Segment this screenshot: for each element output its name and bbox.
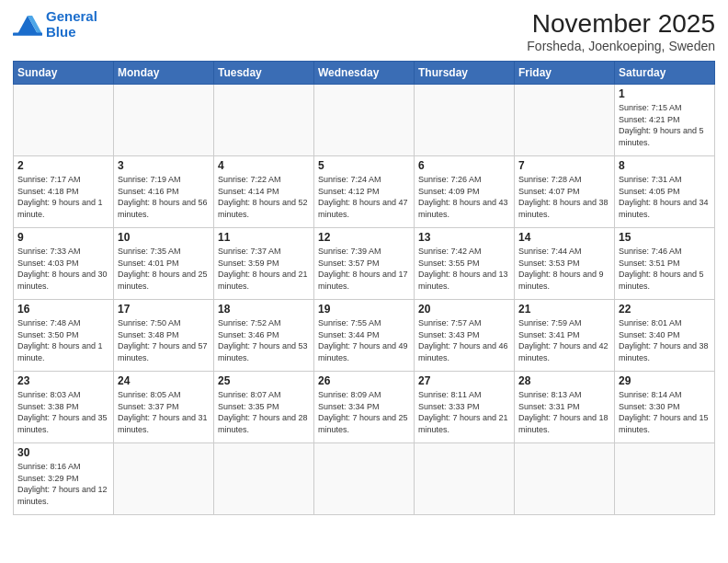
day-info: Sunrise: 7:37 AM Sunset: 3:59 PM Dayligh…	[218, 246, 310, 292]
logo-icon	[13, 12, 42, 38]
day-number: 18	[218, 303, 310, 316]
day-cell	[615, 443, 715, 515]
day-number: 6	[418, 159, 510, 172]
day-cell: 10Sunrise: 7:35 AM Sunset: 4:01 PM Dayli…	[114, 228, 214, 300]
day-info: Sunrise: 7:33 AM Sunset: 4:03 PM Dayligh…	[17, 246, 109, 292]
day-info: Sunrise: 7:52 AM Sunset: 3:46 PM Dayligh…	[218, 317, 310, 363]
day-cell	[415, 85, 515, 156]
week-row-2: 9Sunrise: 7:33 AM Sunset: 4:03 PM Daylig…	[14, 228, 715, 300]
day-number: 13	[418, 231, 510, 244]
day-cell: 12Sunrise: 7:39 AM Sunset: 3:57 PM Dayli…	[314, 228, 415, 300]
day-number: 25	[218, 374, 310, 387]
day-info: Sunrise: 7:59 AM Sunset: 3:41 PM Dayligh…	[518, 317, 610, 363]
day-number: 22	[619, 303, 711, 316]
day-number: 8	[619, 159, 711, 172]
day-info: Sunrise: 7:26 AM Sunset: 4:09 PM Dayligh…	[418, 174, 510, 220]
day-info: Sunrise: 7:57 AM Sunset: 3:43 PM Dayligh…	[418, 317, 510, 363]
day-cell: 22Sunrise: 8:01 AM Sunset: 3:40 PM Dayli…	[615, 300, 715, 372]
day-number: 21	[518, 303, 610, 316]
day-number: 24	[118, 374, 210, 387]
day-info: Sunrise: 7:39 AM Sunset: 3:57 PM Dayligh…	[318, 246, 410, 292]
day-cell: 20Sunrise: 7:57 AM Sunset: 3:43 PM Dayli…	[415, 300, 515, 372]
day-info: Sunrise: 7:15 AM Sunset: 4:21 PM Dayligh…	[619, 102, 711, 148]
day-number: 9	[17, 231, 109, 244]
day-cell: 1Sunrise: 7:15 AM Sunset: 4:21 PM Daylig…	[615, 85, 715, 156]
svg-rect-2	[13, 32, 42, 35]
day-number: 27	[418, 374, 510, 387]
calendar-title: November 2025	[527, 9, 715, 39]
logo-general: General	[46, 8, 97, 24]
day-cell: 27Sunrise: 8:11 AM Sunset: 3:33 PM Dayli…	[415, 372, 515, 443]
header: General Blue November 2025 Forsheda, Joe…	[13, 9, 715, 53]
day-cell: 17Sunrise: 7:50 AM Sunset: 3:48 PM Dayli…	[114, 300, 214, 372]
calendar-subtitle: Forsheda, Joenkoeping, Sweden	[527, 39, 715, 53]
day-cell	[314, 85, 415, 156]
day-number: 28	[518, 374, 610, 387]
day-number: 23	[17, 374, 109, 387]
day-number: 29	[619, 374, 711, 387]
day-number: 12	[318, 231, 410, 244]
day-cell: 13Sunrise: 7:42 AM Sunset: 3:55 PM Dayli…	[415, 228, 515, 300]
day-cell: 11Sunrise: 7:37 AM Sunset: 3:59 PM Dayli…	[214, 228, 314, 300]
week-row-1: 2Sunrise: 7:17 AM Sunset: 4:18 PM Daylig…	[14, 156, 715, 228]
logo-blue: Blue	[46, 24, 76, 40]
day-number: 11	[218, 231, 310, 244]
col-wednesday: Wednesday	[314, 62, 415, 85]
week-row-4: 23Sunrise: 8:03 AM Sunset: 3:38 PM Dayli…	[14, 372, 715, 443]
day-info: Sunrise: 8:05 AM Sunset: 3:37 PM Dayligh…	[118, 389, 210, 435]
title-block: November 2025 Forsheda, Joenkoeping, Swe…	[527, 9, 715, 53]
day-cell	[214, 85, 314, 156]
day-number: 1	[619, 87, 711, 100]
day-number: 4	[218, 159, 310, 172]
day-number: 5	[318, 159, 410, 172]
day-cell	[114, 443, 214, 515]
day-cell: 28Sunrise: 8:13 AM Sunset: 3:31 PM Dayli…	[515, 372, 615, 443]
day-info: Sunrise: 8:11 AM Sunset: 3:33 PM Dayligh…	[418, 389, 510, 435]
day-cell	[314, 443, 415, 515]
col-tuesday: Tuesday	[214, 62, 314, 85]
weekday-row: Sunday Monday Tuesday Wednesday Thursday…	[14, 62, 715, 85]
day-number: 3	[118, 159, 210, 172]
day-info: Sunrise: 7:17 AM Sunset: 4:18 PM Dayligh…	[17, 174, 109, 220]
day-info: Sunrise: 7:22 AM Sunset: 4:14 PM Dayligh…	[218, 174, 310, 220]
day-cell: 21Sunrise: 7:59 AM Sunset: 3:41 PM Dayli…	[515, 300, 615, 372]
day-number: 7	[518, 159, 610, 172]
day-info: Sunrise: 7:24 AM Sunset: 4:12 PM Dayligh…	[318, 174, 410, 220]
day-info: Sunrise: 8:01 AM Sunset: 3:40 PM Dayligh…	[619, 317, 711, 363]
day-cell	[214, 443, 314, 515]
day-info: Sunrise: 7:50 AM Sunset: 3:48 PM Dayligh…	[118, 317, 210, 363]
calendar-table: Sunday Monday Tuesday Wednesday Thursday…	[13, 61, 715, 515]
day-cell: 14Sunrise: 7:44 AM Sunset: 3:53 PM Dayli…	[515, 228, 615, 300]
col-monday: Monday	[114, 62, 214, 85]
week-row-0: 1Sunrise: 7:15 AM Sunset: 4:21 PM Daylig…	[14, 85, 715, 156]
day-cell: 15Sunrise: 7:46 AM Sunset: 3:51 PM Dayli…	[615, 228, 715, 300]
week-row-3: 16Sunrise: 7:48 AM Sunset: 3:50 PM Dayli…	[14, 300, 715, 372]
day-cell: 25Sunrise: 8:07 AM Sunset: 3:35 PM Dayli…	[214, 372, 314, 443]
day-info: Sunrise: 8:03 AM Sunset: 3:38 PM Dayligh…	[17, 389, 109, 435]
day-number: 26	[318, 374, 410, 387]
day-number: 15	[619, 231, 711, 244]
day-number: 2	[17, 159, 109, 172]
day-info: Sunrise: 7:42 AM Sunset: 3:55 PM Dayligh…	[418, 246, 510, 292]
day-cell: 7Sunrise: 7:28 AM Sunset: 4:07 PM Daylig…	[515, 156, 615, 228]
day-number: 20	[418, 303, 510, 316]
day-number: 30	[17, 446, 109, 459]
day-cell	[515, 85, 615, 156]
day-number: 10	[118, 231, 210, 244]
week-row-5: 30Sunrise: 8:16 AM Sunset: 3:29 PM Dayli…	[14, 443, 715, 515]
day-info: Sunrise: 8:14 AM Sunset: 3:30 PM Dayligh…	[619, 389, 711, 435]
day-number: 17	[118, 303, 210, 316]
day-info: Sunrise: 8:16 AM Sunset: 3:29 PM Dayligh…	[17, 461, 109, 507]
day-cell	[415, 443, 515, 515]
logo: General Blue	[13, 9, 97, 40]
day-info: Sunrise: 7:28 AM Sunset: 4:07 PM Dayligh…	[518, 174, 610, 220]
day-info: Sunrise: 7:55 AM Sunset: 3:44 PM Dayligh…	[318, 317, 410, 363]
day-info: Sunrise: 7:19 AM Sunset: 4:16 PM Dayligh…	[118, 174, 210, 220]
logo-text: General Blue	[46, 9, 97, 40]
day-cell: 4Sunrise: 7:22 AM Sunset: 4:14 PM Daylig…	[214, 156, 314, 228]
calendar-body: 1Sunrise: 7:15 AM Sunset: 4:21 PM Daylig…	[14, 85, 715, 515]
day-cell: 16Sunrise: 7:48 AM Sunset: 3:50 PM Dayli…	[14, 300, 114, 372]
day-cell: 29Sunrise: 8:14 AM Sunset: 3:30 PM Dayli…	[615, 372, 715, 443]
day-cell: 18Sunrise: 7:52 AM Sunset: 3:46 PM Dayli…	[214, 300, 314, 372]
day-number: 14	[518, 231, 610, 244]
